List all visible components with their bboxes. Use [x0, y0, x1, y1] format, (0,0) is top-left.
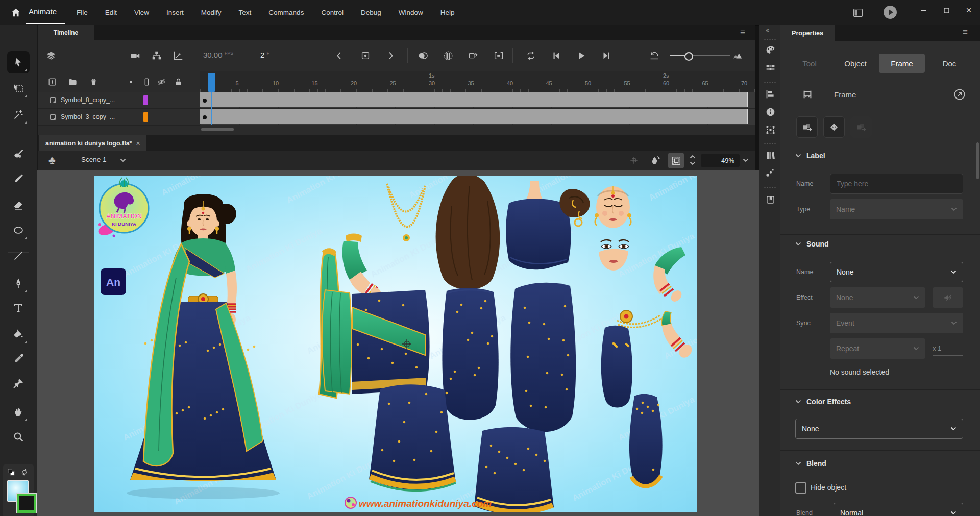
scene-dropdown-chevron[interactable] — [120, 158, 126, 162]
text-tool[interactable] — [7, 297, 30, 319]
stage-website-credit[interactable]: www.animationkiduniya.com — [345, 497, 492, 509]
outline-layer-icon[interactable] — [141, 77, 152, 87]
zoom-level-field[interactable]: 49% — [701, 154, 740, 167]
part-back-hair[interactable] — [436, 176, 500, 289]
blend-section-header[interactable]: Blend — [795, 459, 826, 468]
stage[interactable]: Animation Ki DuniyaAnimation Ki DuniyaAn… — [94, 176, 697, 512]
timeline-ruler[interactable]: 5101520253035404550556065701s2s — [200, 71, 755, 92]
sound-repeat-count-field[interactable]: x 1 — [933, 345, 963, 356]
current-frame-display[interactable]: 2 F — [260, 51, 270, 59]
fluid-brush-tool[interactable] — [7, 143, 30, 165]
swatches-panel-icon[interactable] — [765, 62, 776, 73]
menu-modify[interactable]: Modify — [201, 9, 222, 16]
timeline-horizontal-scrollbar[interactable] — [200, 127, 755, 132]
part-cone-a[interactable] — [601, 326, 632, 408]
home-icon[interactable] — [9, 6, 22, 19]
zoom-dropdown-chevron[interactable] — [743, 158, 749, 162]
menu-file[interactable]: File — [77, 9, 88, 16]
lock-layer-icon[interactable] — [173, 77, 183, 87]
edit-scene-icon[interactable]: ♣ — [48, 154, 56, 166]
menu-text[interactable]: Text — [239, 9, 252, 16]
part-skirt-wide[interactable] — [510, 283, 576, 432]
scrollbar-thumb[interactable] — [201, 128, 234, 131]
center-frame-icon[interactable] — [359, 50, 372, 62]
subselection-tool[interactable] — [7, 77, 30, 100]
properties-tab-tool[interactable]: Tool — [790, 54, 829, 73]
sound-sync-dropdown[interactable]: Event — [830, 313, 963, 333]
close-button[interactable]: × — [958, 0, 980, 20]
grid-overlay-icon[interactable] — [628, 155, 640, 166]
workspace-layout-icon[interactable] — [851, 6, 865, 19]
sound-edit-speaker-button[interactable] — [933, 287, 963, 308]
selection-tool[interactable] — [7, 51, 30, 73]
add-layer-icon[interactable] — [47, 77, 57, 87]
resize-timeline-view-icon[interactable] — [731, 50, 744, 62]
maximize-button[interactable] — [935, 0, 958, 20]
remove-keyframe-button[interactable] — [850, 116, 872, 138]
layer-color-chip[interactable] — [143, 112, 148, 122]
menu-edit[interactable]: Edit — [105, 9, 117, 16]
eyedropper-tool[interactable] — [7, 348, 30, 370]
frame-span[interactable] — [200, 109, 748, 124]
stroke-color-chip[interactable] — [17, 494, 36, 513]
timeline-zoom-slider-knob[interactable] — [684, 52, 693, 61]
add-folder-icon[interactable] — [67, 77, 78, 87]
app-name[interactable]: Animate — [29, 7, 57, 16]
keyframe-dot[interactable] — [203, 99, 207, 103]
next-frame-icon[interactable] — [384, 50, 397, 62]
part-cone-b[interactable] — [629, 394, 663, 488]
panel-grip[interactable] — [764, 38, 777, 40]
layer-frame-row[interactable] — [200, 109, 755, 125]
document-tab[interactable]: animation ki duniya logo.fla* × — [39, 135, 146, 151]
layer-name[interactable]: Symbol_8_copy_... — [61, 96, 115, 104]
menu-commands[interactable]: Commands — [268, 9, 304, 16]
scene-name[interactable]: Scene 1 — [81, 156, 107, 163]
swap-colors-icon[interactable] — [19, 467, 30, 477]
layer-frame-row[interactable] — [200, 92, 755, 109]
bookmarks-panel-icon[interactable] — [765, 194, 776, 205]
camera-icon[interactable] — [129, 50, 141, 62]
zoom-step-up-icon[interactable] — [690, 155, 696, 159]
node-tree-icon[interactable] — [151, 50, 163, 62]
delete-layer-icon[interactable] — [88, 77, 99, 87]
keyframe-dot[interactable] — [203, 115, 207, 119]
reset-timeline-zoom-icon[interactable] — [648, 50, 660, 62]
properties-scrollbar-thumb[interactable] — [976, 142, 979, 179]
collapse-panels-icon[interactable]: « — [766, 26, 769, 34]
panel-grip[interactable] — [764, 142, 777, 144]
pin-tool[interactable] — [7, 372, 30, 395]
frame-span[interactable] — [200, 92, 748, 107]
sound-effect-dropdown[interactable]: None — [830, 287, 925, 308]
layers-icon[interactable] — [45, 50, 57, 62]
highlight-layer-icon[interactable] — [126, 77, 136, 87]
frame-range-icon[interactable] — [493, 50, 505, 62]
label-type-dropdown[interactable]: Name — [830, 199, 963, 219]
tab-close-icon[interactable]: × — [136, 139, 140, 148]
properties-tab-object[interactable]: Object — [832, 54, 878, 73]
panel-grip[interactable] — [764, 186, 777, 188]
paint-bucket-tool[interactable] — [7, 323, 30, 346]
brush-library-panel-icon[interactable] — [765, 167, 776, 178]
menu-insert[interactable]: Insert — [166, 9, 184, 16]
info-panel-icon[interactable] — [765, 106, 776, 117]
stage-an-icon[interactable]: An — [101, 268, 126, 295]
frame-graph-icon[interactable] — [172, 50, 184, 62]
part-skirt-tube[interactable] — [442, 288, 498, 420]
hand-tool[interactable] — [7, 401, 30, 423]
properties-menu-icon[interactable]: ≡ — [963, 27, 968, 37]
frame-rate-display[interactable]: 30.00 FPS — [203, 51, 233, 59]
frames-grid[interactable] — [200, 92, 755, 125]
oval-tool[interactable] — [7, 219, 30, 241]
timeline-zoom-slider[interactable] — [670, 55, 730, 56]
step-back-icon[interactable] — [550, 50, 562, 62]
timeline-menu-icon[interactable]: ≡ — [740, 28, 745, 38]
loop-playback-icon[interactable] — [525, 50, 537, 62]
onion-skin-outline-icon[interactable] — [442, 50, 454, 62]
transform-panel-icon[interactable] — [765, 124, 776, 135]
zoom-step-down-icon[interactable] — [690, 161, 696, 165]
open-advanced-icon[interactable] — [952, 87, 967, 102]
menu-window[interactable]: Window — [399, 9, 423, 16]
clip-content-toggle[interactable] — [668, 153, 684, 168]
pasteboard[interactable]: Animation Ki DuniyaAnimation Ki DuniyaAn… — [37, 170, 759, 516]
menu-control[interactable]: Control — [321, 9, 344, 16]
